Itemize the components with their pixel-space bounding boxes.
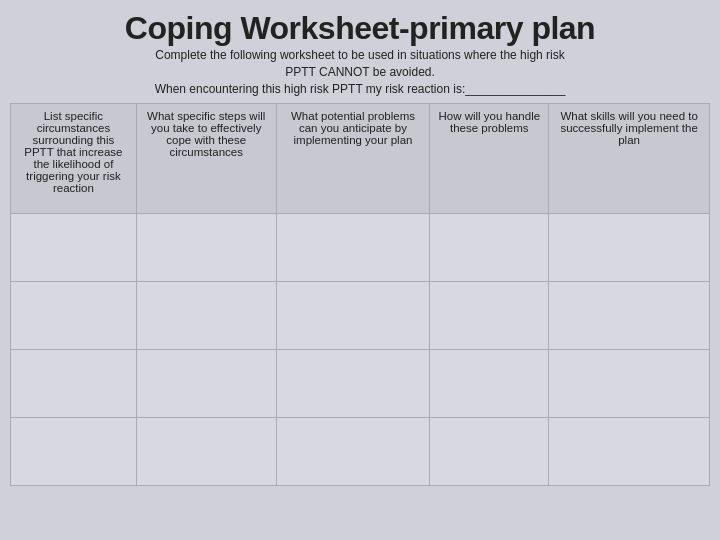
subtitle-line1: Complete the following worksheet to be u… [155,48,565,62]
header: Coping Worksheet-primary plan Complete t… [10,10,710,97]
col-header-2: What specific steps will you take to eff… [136,104,276,214]
table-row [11,418,710,486]
col-header-4: How will you handle these problems [430,104,549,214]
table-row [11,282,710,350]
cell[interactable] [136,350,276,418]
cell[interactable] [11,350,137,418]
table-wrapper: List specific circumstances surrounding … [10,103,710,486]
table-header-row: List specific circumstances surrounding … [11,104,710,214]
subtitle-line3: When encountering this high risk PPTT my… [155,82,566,96]
cell[interactable] [276,418,430,486]
col-header-5: What skills will you need to successfull… [549,104,710,214]
col-header-1: List specific circumstances surrounding … [11,104,137,214]
page: Coping Worksheet-primary plan Complete t… [0,0,720,540]
subtitle-line2: PPTT CANNOT be avoided. [285,65,435,79]
cell[interactable] [276,282,430,350]
main-table: List specific circumstances surrounding … [10,103,710,486]
cell[interactable] [549,282,710,350]
table-row [11,350,710,418]
cell[interactable] [549,350,710,418]
cell[interactable] [276,350,430,418]
cell[interactable] [11,214,137,282]
cell[interactable] [549,214,710,282]
cell[interactable] [11,282,137,350]
cell[interactable] [136,282,276,350]
cell[interactable] [11,418,137,486]
cell[interactable] [136,214,276,282]
table-body [11,214,710,486]
cell[interactable] [430,282,549,350]
cell[interactable] [136,418,276,486]
cell[interactable] [549,418,710,486]
col-header-3: What potential problems can you anticipa… [276,104,430,214]
cell[interactable] [430,418,549,486]
table-row [11,214,710,282]
cell[interactable] [430,350,549,418]
cell[interactable] [430,214,549,282]
subtitle: Complete the following worksheet to be u… [10,47,710,97]
page-title: Coping Worksheet-primary plan [10,10,710,47]
cell[interactable] [276,214,430,282]
